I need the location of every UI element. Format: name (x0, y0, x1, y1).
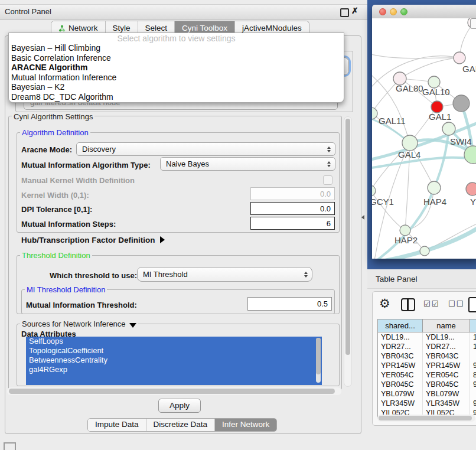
float-window-icon[interactable] (340, 8, 349, 17)
combo-arrows-icon (324, 146, 334, 152)
table-cell: YBL079W (378, 389, 423, 399)
column-header[interactable]: shared... (378, 319, 423, 332)
table-row[interactable]: YBR045CYBR045C9. (378, 380, 476, 389)
kernel-width-field[interactable] (250, 187, 335, 200)
control-panel: Control Panel ✗ NetworkStyleSelectCyni T… (0, 0, 367, 450)
mi-steps-label: Mutual Information Steps: (21, 220, 116, 229)
table-row[interactable]: YLR345WYLR345W9. (378, 399, 476, 408)
table-cell: YPR145W (423, 361, 470, 370)
close-icon[interactable]: ✗ (351, 6, 358, 15)
node-label: GAL4 (398, 149, 420, 159)
network-node[interactable] (454, 52, 465, 64)
network-node[interactable] (402, 135, 418, 151)
table-row[interactable]: YDL19...YDL19...13 (378, 332, 476, 342)
network-node[interactable] (431, 101, 443, 113)
node-table[interactable]: shared...nameAYDL19...YDL19...13YDR27...… (377, 319, 476, 419)
table-row[interactable]: YBR043CYBR043C (378, 351, 476, 361)
mi-steps-field[interactable] (250, 217, 335, 230)
node-label: GAL11 (379, 116, 406, 126)
table-cell (470, 389, 476, 399)
node-label: Y (470, 197, 476, 207)
attribute-item[interactable]: SelfLoops (26, 337, 322, 346)
apply-button[interactable]: Apply (158, 399, 201, 413)
table-cell: YDL19... (423, 332, 470, 342)
network-node[interactable] (400, 225, 410, 236)
panel-corner-icon[interactable] (4, 442, 16, 450)
node-label: HAP2 (395, 235, 418, 245)
table-panel: Table Panel ⚙ ☑☑ ☐☐ shared...nameAYDL19.… (367, 269, 476, 450)
node-label: GCY1 (372, 197, 394, 207)
network-icon (58, 25, 66, 32)
network-edge (405, 188, 434, 230)
collapse-down-icon (129, 323, 136, 328)
network-node[interactable] (442, 122, 455, 135)
network-window-titlebar[interactable] (372, 5, 476, 19)
table-cell: 12 (470, 342, 476, 351)
unchecked-columns-icon[interactable]: ☐☐ (448, 299, 464, 308)
table-panel-title: Table Panel (376, 275, 418, 283)
attribute-item[interactable]: BetweennessCentrality (26, 356, 322, 365)
sources-legend[interactable]: Sources for Network Inference (20, 319, 138, 328)
threshold-definition-legend: Threshold Definition (20, 251, 92, 260)
mi-type-combo[interactable]: Naive Bayes (160, 157, 335, 171)
minimize-traffic-light[interactable] (390, 8, 397, 15)
column-header[interactable]: A (470, 319, 476, 332)
table-cell: YDL19... (378, 332, 423, 342)
document-icon[interactable] (468, 297, 476, 312)
algorithm-option[interactable]: Mutual Information Inference (9, 73, 344, 83)
dpi-tolerance-label: DPI Tolerance [0,1]: (21, 205, 92, 214)
network-node[interactable] (453, 95, 470, 112)
algorithm-option[interactable]: Bayesian – K2 (9, 82, 344, 92)
network-canvas[interactable]: GALGAL80GAL10GAL1GAL11SWI4GAL4GCY1HAP4YH… (372, 18, 476, 259)
algorithm-dropdown-placeholder: Select algorithm to view settings (9, 33, 344, 43)
table-panel-titlebar: Table Panel (367, 269, 476, 289)
algorithm-option[interactable]: Dream8 DC_TDC Algorithm (9, 92, 344, 102)
control-panel-title: Control Panel (5, 7, 51, 16)
network-node[interactable] (466, 182, 476, 195)
dpi-tolerance-field[interactable] (250, 202, 335, 215)
zoom-traffic-light[interactable] (400, 8, 407, 15)
table-row[interactable]: YER054CYER054C8. (378, 370, 476, 380)
network-node[interactable] (372, 185, 376, 196)
settings-vertical-scrollbar[interactable] (344, 116, 352, 387)
settings-horizontal-scrollbar[interactable] (7, 387, 341, 395)
table-row[interactable]: YDR27...YDR27...12 (378, 342, 476, 351)
table-cell: 9. (470, 361, 476, 370)
network-node[interactable] (428, 76, 440, 88)
table-header-row: shared...nameA (378, 319, 476, 332)
attribute-item[interactable]: gal4RGexp (26, 365, 322, 374)
manual-kernel-checkbox[interactable] (323, 175, 332, 185)
mi-threshold-field[interactable] (247, 297, 332, 311)
network-node[interactable] (428, 181, 441, 194)
close-traffic-light[interactable] (379, 8, 386, 15)
column-header[interactable]: name (423, 319, 470, 332)
table-cell (470, 351, 476, 361)
table-row[interactable]: YBL079WYBL079W (378, 389, 476, 399)
table-cell: 13 (470, 332, 476, 342)
table-horizontal-scrollbar[interactable] (377, 415, 475, 422)
table-cell: YBR043C (378, 351, 423, 361)
hub-definition-toggle[interactable]: Hub/Transcription Factor Definition (21, 236, 165, 244)
column-view-icon[interactable] (401, 298, 415, 311)
algorithm-option[interactable]: ARACNE Algorithm (9, 63, 344, 73)
data-attributes-list[interactable]: SelfLoopsTopologicalCoefficientBetweenne… (26, 337, 322, 385)
algorithm-option[interactable]: Basic Correlation Inference (9, 53, 344, 63)
network-node[interactable] (420, 246, 429, 256)
list-scrollbar[interactable] (316, 338, 321, 383)
algorithm-option[interactable]: Bayesian – Hill Climbing (9, 43, 344, 53)
splitter-collapse-icon[interactable] (361, 215, 364, 220)
table-row[interactable]: YPR145WYPR145W9. (378, 361, 476, 370)
control-panel-titlebar: Control Panel ✗ (0, 4, 367, 19)
which-threshold-combo[interactable]: MI Threshold (137, 267, 312, 282)
network-edge (400, 58, 459, 79)
table-cell: YBR043C (423, 351, 470, 361)
aracne-mode-combo[interactable]: Discovery (76, 142, 335, 156)
cyni-settings-legend: Cyni Algorithm Settings (12, 112, 94, 121)
table-cell: 9. (470, 380, 476, 389)
tab-infer-network[interactable]: Infer Network (215, 419, 276, 431)
gear-icon[interactable]: ⚙ (379, 296, 390, 311)
checked-columns-icon[interactable]: ☑☑ (423, 299, 439, 308)
tab-discretize-data[interactable]: Discretize Data (146, 419, 216, 431)
attribute-item[interactable]: TopologicalCoefficient (26, 346, 322, 356)
tab-impute-data[interactable]: Impute Data (88, 419, 146, 431)
